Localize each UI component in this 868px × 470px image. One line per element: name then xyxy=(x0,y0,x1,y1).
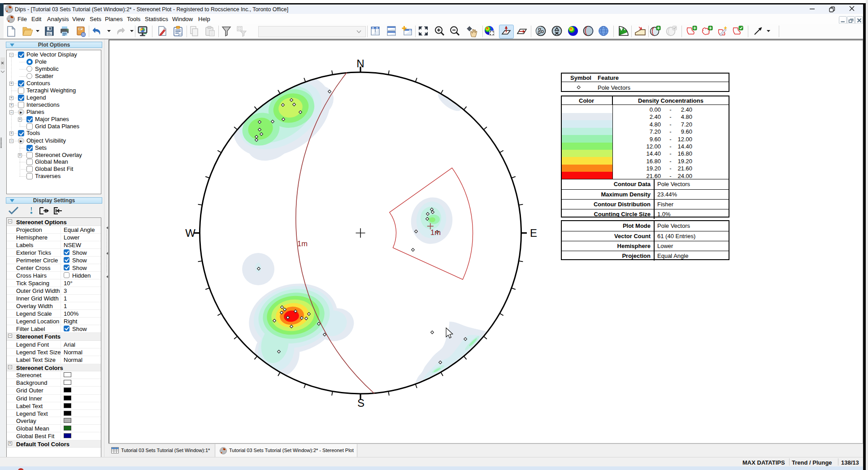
svg-text:1m: 1m xyxy=(297,239,308,248)
svg-text:E: E xyxy=(530,227,537,239)
svg-text:1m: 1m xyxy=(430,228,441,236)
svg-text:W: W xyxy=(185,227,195,239)
svg-text:S: S xyxy=(357,397,365,409)
svg-text:N: N xyxy=(356,57,364,70)
